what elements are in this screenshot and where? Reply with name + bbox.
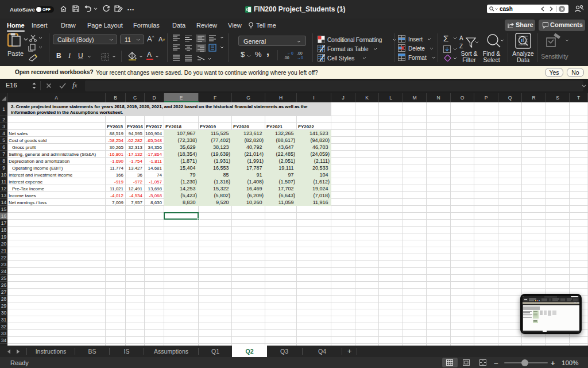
svg-text:Z: Z	[459, 43, 463, 49]
svg-text:A: A	[459, 35, 463, 41]
svg-text:.00: .00	[297, 51, 303, 55]
svg-text:←0: ←0	[287, 51, 293, 55]
svg-text:.00: .00	[284, 56, 289, 60]
svg-text:→0: →0	[297, 56, 303, 60]
